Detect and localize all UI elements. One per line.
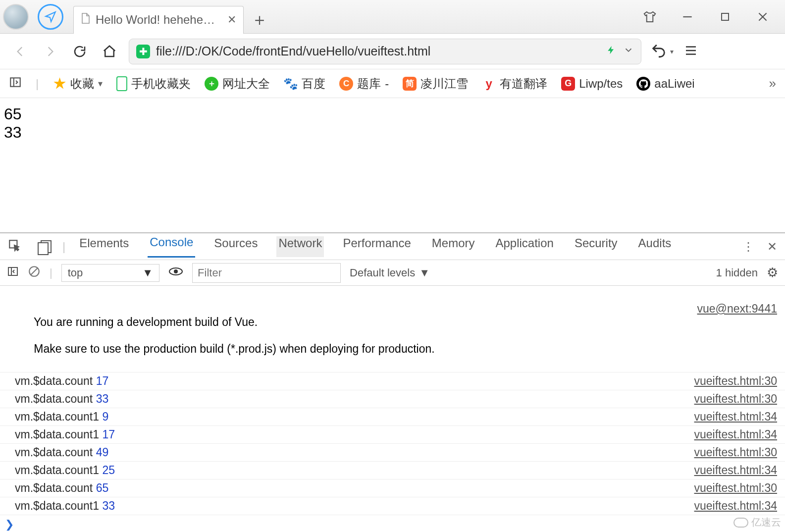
window-maximize-icon[interactable] [715,6,735,27]
star-icon: ★ [52,77,66,91]
console-log-row: vm.$data.count1 17vueiftest.html:34 [0,426,785,444]
file-icon [81,12,91,27]
bm-tiku[interactable]: C题库 - [339,76,389,92]
device-toggle-icon[interactable] [38,240,51,253]
chevron-down-icon: ▼ [142,266,153,279]
tab-elements[interactable]: Elements [77,236,131,257]
log-source[interactable]: vueiftest.html:30 [694,374,777,388]
console-sidebar-toggle-icon[interactable] [7,266,19,280]
bolt-icon[interactable] [606,44,616,59]
shield-icon: ✚ [136,45,150,58]
tab-audits[interactable]: Audits [636,236,674,257]
devtools: | Elements Console Sources Network Perfo… [0,232,785,532]
tab-performance[interactable]: Performance [341,236,413,257]
gitee-icon: G [561,77,575,91]
undo-icon[interactable] [650,42,667,61]
tab-security[interactable]: Security [573,236,620,257]
tab-title: Hello World! heheheheh [96,13,219,27]
bm-phone[interactable]: 手机收藏夹 [116,76,191,92]
gear-icon[interactable]: ⚙ [767,265,778,280]
context-select[interactable]: top▼ [61,264,159,282]
tab-console[interactable]: Console [148,235,195,258]
address-bar: ✚ file:///D:/OK/Code/frontEnd/vueHello/v… [0,34,785,69]
log-source[interactable]: vueiftest.html:30 [694,481,777,495]
svg-rect-1 [722,13,729,20]
hidden-count[interactable]: 1 hidden [716,266,758,279]
page-viewport: 65 33 [0,98,785,232]
paw-icon: 🐾 [284,77,298,91]
home-icon[interactable] [99,41,120,62]
tab-network[interactable]: Network [276,236,324,257]
bm-baidu[interactable]: 🐾百度 [284,76,325,92]
devtools-close-icon[interactable]: ✕ [767,240,777,254]
log-source[interactable]: vueiftest.html:34 [694,428,777,441]
bm-liwp[interactable]: GLiwp/tes [561,77,623,91]
chevron-down-icon: ▼ [419,266,430,279]
inspect-icon[interactable] [8,239,21,255]
log-source[interactable]: vueiftest.html:34 [694,410,777,424]
log-source[interactable]: vueiftest.html:30 [694,446,777,459]
bm-youdao[interactable]: y有道翻译 [482,76,547,92]
bm-aaliwei[interactable]: aaLiwei [636,77,694,91]
browser-tab[interactable]: Hello World! heheheheh ✕ [73,6,244,34]
tab-memory[interactable]: Memory [430,236,477,257]
tabstrip: Hello World! heheheheh ✕ ＋ [73,0,273,34]
chevron-down-icon[interactable]: ▾ [98,78,103,89]
reload-icon[interactable] [69,41,90,62]
console-warning: vue@next:9441 You are running a developm… [0,286,785,372]
bookmarks-bar: | ★收藏▾ 手机收藏夹 ＋网址大全 🐾百度 C题库 - 简凌川江雪 y有道翻译… [0,69,785,98]
jianshu-icon: 简 [403,77,417,91]
devtools-kebab-icon[interactable]: ⋮ [742,240,754,254]
nav-back-icon[interactable] [10,41,31,62]
levels-select[interactable]: Default levels ▼ [350,266,430,279]
hamburger-icon[interactable] [683,43,698,60]
log-source[interactable]: vueiftest.html:34 [694,464,777,477]
bm-lingchuan[interactable]: 简凌川江雪 [403,76,468,92]
youdao-icon: y [482,77,496,91]
filter-input[interactable] [192,263,341,283]
devtools-tabs: | Elements Console Sources Network Perfo… [0,233,785,260]
book-icon: C [339,77,353,91]
nav-forward-icon[interactable] [40,41,60,62]
tab-close-icon[interactable]: ✕ [227,13,236,26]
undo-dropdown-icon[interactable]: ▾ [670,48,674,55]
profile-avatar[interactable] [3,4,29,30]
watermark: 亿速云 [733,516,781,529]
url-box[interactable]: ✚ file:///D:/OK/Code/frontEnd/vueHello/v… [129,39,641,64]
bm-favorites[interactable]: ★收藏▾ [52,76,103,92]
window-close-icon[interactable] [752,6,773,27]
console-log-row: vm.$data.count1 25vueiftest.html:34 [0,462,785,479]
page-line-2: 33 [4,123,781,142]
tab-sources[interactable]: Sources [212,236,260,257]
sidebar-toggle-icon[interactable] [9,76,22,92]
tab-application[interactable]: Application [493,236,555,257]
log-source[interactable]: vueiftest.html:34 [694,499,777,513]
plus-icon: ＋ [205,77,218,91]
clear-console-icon[interactable] [28,265,41,281]
svg-rect-7 [10,78,20,86]
console-toolbar: | top▼ Default levels ▼ 1 hidden ⚙ [0,260,785,286]
page-line-1: 65 [4,105,781,123]
titlebar: Hello World! heheheheh ✕ ＋ [0,0,785,34]
window-minimize-icon[interactable] [677,6,698,27]
svg-line-13 [31,268,38,274]
send-icon[interactable] [38,4,63,30]
console-log-row: vm.$data.count 33vueiftest.html:30 [0,390,785,408]
url-text: file:///D:/OK/Code/frontEnd/vueHello/vue… [156,44,430,58]
log-source[interactable]: vue@next:9441 [697,302,777,316]
new-tab-button[interactable]: ＋ [246,6,273,34]
bm-wangzhi[interactable]: ＋网址大全 [205,76,270,92]
console-output: vue@next:9441 You are running a developm… [0,286,785,532]
console-log-row: vm.$data.count 17vueiftest.html:30 [0,372,785,390]
phone-icon [116,76,127,91]
log-source[interactable]: vueiftest.html:30 [694,392,777,406]
bookmarks-overflow-icon[interactable]: » [769,76,776,91]
github-icon [636,77,650,91]
chevron-down-icon[interactable] [623,45,634,58]
console-log-row: vm.$data.count 49vueiftest.html:30 [0,444,785,462]
console-log-row: vm.$data.count1 33vueiftest.html:34 [0,497,785,515]
svg-point-15 [174,269,178,273]
console-prompt[interactable]: ❯ [0,515,785,532]
live-expression-icon[interactable] [168,266,183,279]
skin-icon[interactable] [639,6,660,27]
